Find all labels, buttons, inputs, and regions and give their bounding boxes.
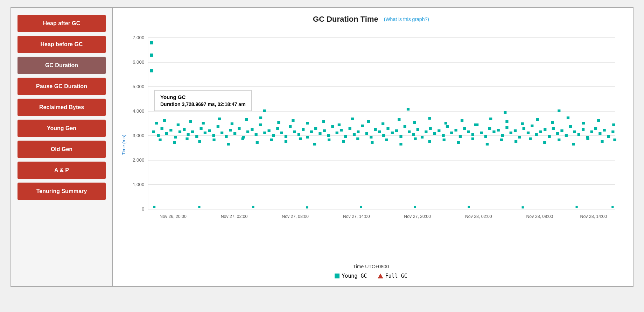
svg-rect-126 — [569, 125, 572, 128]
svg-rect-201 — [558, 139, 560, 141]
svg-rect-47 — [233, 132, 236, 135]
svg-rect-95 — [438, 129, 440, 132]
chart-help-link[interactable]: (What is this graph?) — [384, 16, 429, 22]
svg-rect-87 — [404, 125, 406, 128]
svg-rect-207 — [198, 206, 200, 208]
sidebar-btn-ap[interactable]: A & P — [18, 162, 106, 179]
svg-rect-25 — [150, 41, 153, 44]
svg-rect-186 — [342, 140, 345, 143]
svg-rect-204 — [601, 140, 603, 143]
svg-rect-132 — [594, 127, 597, 130]
svg-rect-128 — [578, 133, 580, 136]
svg-rect-154 — [398, 118, 400, 121]
young-gc-bottom-points — [153, 206, 614, 208]
svg-rect-135 — [607, 135, 610, 138]
sidebar-btn-reclaimed-bytes[interactable]: Reclaimed Bytes — [18, 99, 106, 116]
legend-young-gc: Young GC — [335, 273, 367, 279]
svg-rect-137 — [155, 122, 158, 125]
svg-rect-93 — [429, 127, 432, 130]
svg-rect-90 — [416, 128, 419, 131]
svg-rect-133 — [598, 132, 601, 135]
svg-rect-44 — [220, 132, 223, 134]
svg-text:3,000: 3,000 — [133, 133, 144, 138]
svg-rect-203 — [586, 137, 589, 140]
svg-rect-190 — [399, 143, 402, 146]
sidebar-btn-pause-gc-duration[interactable]: Pause GC Duration — [18, 78, 106, 95]
svg-rect-110 — [501, 134, 504, 137]
svg-rect-212 — [468, 206, 470, 208]
svg-rect-89 — [412, 133, 415, 136]
svg-rect-57 — [276, 127, 279, 130]
svg-rect-149 — [322, 120, 325, 123]
svg-rect-59 — [285, 135, 287, 138]
sidebar-btn-old-gen[interactable]: Old Gen — [18, 141, 106, 158]
svg-rect-164 — [551, 121, 554, 124]
svg-rect-40 — [204, 132, 206, 134]
svg-rect-116 — [527, 132, 530, 134]
svg-rect-115 — [523, 127, 525, 130]
svg-rect-66 — [314, 127, 317, 130]
svg-rect-105 — [480, 132, 483, 134]
svg-rect-53 — [259, 123, 262, 126]
svg-rect-166 — [582, 122, 585, 125]
svg-rect-71 — [336, 132, 338, 134]
svg-rect-48 — [238, 127, 240, 130]
svg-rect-200 — [543, 141, 546, 144]
svg-rect-60 — [289, 125, 292, 128]
svg-rect-41 — [208, 129, 211, 132]
svg-rect-119 — [539, 130, 542, 133]
svg-rect-79 — [370, 136, 372, 139]
svg-rect-183 — [299, 137, 302, 140]
sidebar-btn-tenuring-summary[interactable]: Tenuring Summary — [18, 183, 106, 200]
svg-rect-33 — [174, 136, 177, 139]
svg-rect-62 — [298, 133, 300, 136]
svg-rect-209 — [306, 206, 308, 208]
svg-rect-54 — [263, 132, 266, 134]
svg-rect-168 — [612, 123, 615, 126]
svg-rect-197 — [500, 139, 503, 141]
sidebar: Heap after GC Heap before GC GC Duration… — [11, 8, 113, 286]
sidebar-btn-young-gen[interactable]: Young Gen — [18, 120, 106, 137]
legend-full-gc: Full GC — [378, 273, 407, 279]
svg-rect-67 — [318, 132, 321, 135]
young-gc-points — [152, 108, 616, 146]
svg-rect-171 — [504, 111, 506, 114]
svg-rect-174 — [173, 141, 176, 144]
svg-rect-139 — [177, 123, 180, 126]
svg-rect-26 — [150, 54, 153, 57]
svg-rect-129 — [582, 128, 584, 131]
sidebar-btn-heap-before-gc[interactable]: Heap before GC — [18, 36, 106, 53]
svg-rect-167 — [597, 119, 600, 122]
svg-rect-118 — [535, 133, 538, 136]
svg-text:4,000: 4,000 — [133, 108, 144, 114]
svg-rect-165 — [567, 116, 569, 119]
svg-rect-196 — [486, 143, 489, 146]
svg-rect-172 — [558, 109, 560, 112]
svg-rect-34 — [178, 130, 181, 133]
sidebar-btn-heap-after-gc[interactable]: Heap after GC — [18, 15, 106, 32]
svg-rect-28 — [152, 130, 155, 133]
svg-text:Nov 27, 14:00: Nov 27, 14:00 — [343, 214, 370, 219]
svg-rect-187 — [356, 137, 359, 140]
svg-rect-192 — [428, 140, 431, 143]
svg-text:Nov 27, 08:00: Nov 27, 08:00 — [282, 214, 309, 219]
svg-rect-99 — [454, 129, 457, 132]
svg-rect-152 — [367, 120, 370, 123]
svg-rect-178 — [227, 143, 230, 146]
svg-rect-210 — [360, 206, 362, 208]
svg-rect-211 — [414, 206, 416, 208]
svg-rect-92 — [425, 130, 427, 133]
chart-area: GC Duration Time (What is this graph?) T… — [113, 8, 633, 286]
svg-rect-198 — [514, 140, 517, 143]
svg-rect-52 — [255, 133, 258, 136]
svg-rect-189 — [385, 139, 388, 141]
svg-text:Nov 27, 20:00: Nov 27, 20:00 — [404, 214, 431, 219]
sidebar-btn-gc-duration[interactable]: GC Duration — [18, 57, 106, 74]
svg-rect-97 — [446, 125, 449, 128]
svg-rect-214 — [576, 206, 578, 208]
svg-rect-94 — [433, 132, 436, 135]
svg-text:Nov 28, 02:00: Nov 28, 02:00 — [465, 214, 492, 219]
svg-text:7,000: 7,000 — [133, 35, 144, 40]
svg-rect-153 — [382, 122, 384, 125]
svg-rect-73 — [344, 135, 347, 138]
